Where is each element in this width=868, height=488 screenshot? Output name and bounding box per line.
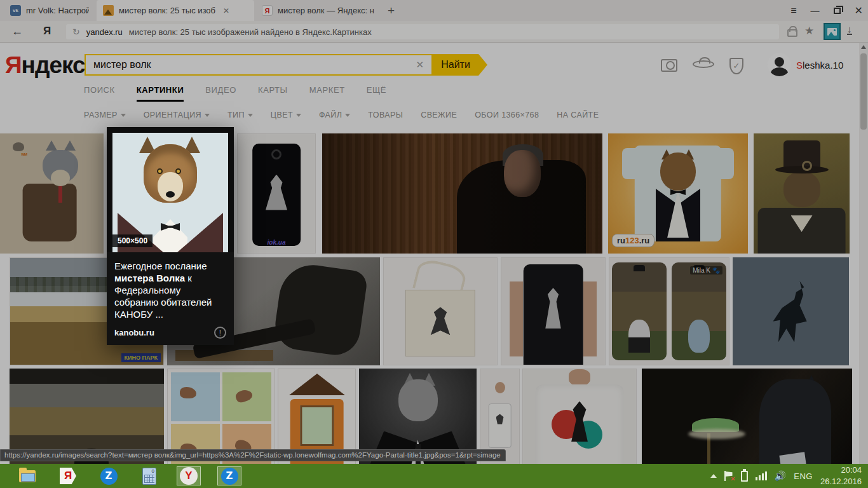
- action-center-flag-icon[interactable]: ✕: [724, 471, 733, 481]
- yandex-favicon-icon: Я: [262, 5, 273, 16]
- nav-video[interactable]: ВИДЕО: [205, 85, 236, 102]
- filter-fresh[interactable]: СВЕЖИЕ: [421, 111, 457, 119]
- taskbar-clock[interactable]: 20:04 26.12.2016: [820, 464, 862, 487]
- url-domain: yandex.ru: [86, 27, 123, 37]
- language-indicator[interactable]: ENG: [794, 471, 813, 481]
- preview-frame: 500×500: [107, 127, 234, 252]
- scrollbar-thumb[interactable]: [860, 53, 867, 130]
- tab-vk-settings[interactable]: vk mr Volk: Настройки: [4, 0, 95, 21]
- result-thumbnail-white-sweatshirt[interactable]: [522, 369, 637, 464]
- info-icon[interactable]: !: [214, 327, 226, 339]
- page-scrollbar[interactable]: [859, 43, 868, 464]
- nav-more[interactable]: ЕЩЁ: [367, 85, 386, 102]
- image-preview-popup[interactable]: 500×500 Ежегодное послание мистера Волка…: [107, 127, 234, 345]
- result-thumbnail-black-tshirt[interactable]: [501, 257, 606, 365]
- taskbar-zona-active[interactable]: Z: [217, 466, 241, 485]
- reload-icon[interactable]: ↻: [72, 27, 80, 37]
- tab-title: мистер волк — Яндекс: наш: [278, 6, 374, 15]
- taskbar-yandex-app[interactable]: Я: [56, 466, 80, 485]
- username[interactable]: Sleshka.10: [796, 60, 843, 71]
- filter-goods[interactable]: ТОВАРЫ: [368, 111, 403, 119]
- yandex-icon: Я: [60, 468, 76, 484]
- battery-icon[interactable]: [741, 471, 748, 482]
- tab-title: mr Volk: Настройки: [26, 6, 89, 15]
- address-bar[interactable]: ↻ yandex.ru мистер волк: 25 тыс изображе…: [66, 24, 779, 39]
- back-button[interactable]: ←: [11, 25, 23, 38]
- watermark: КИНО ПАРК: [121, 353, 161, 362]
- watermark: Mila K 🐾: [690, 266, 722, 274]
- result-thumbnail-wolf-at-desk[interactable]: [642, 369, 852, 464]
- browser-window: vk mr Volk: Настройки мистер волк: 25 ты…: [0, 0, 868, 464]
- result-thumbnail-tshirt-ru123[interactable]: ru123.ru: [608, 133, 748, 254]
- nav-search[interactable]: ПОИСК: [84, 85, 115, 102]
- result-thumbnail-wolf-silhouette[interactable]: [733, 257, 849, 365]
- tray-expand-icon[interactable]: [710, 474, 717, 478]
- restore-button[interactable]: [834, 8, 841, 14]
- image-icon: [827, 28, 837, 36]
- system-tray: ✕ 🔊 ENG 20:04 26.12.2016: [710, 464, 868, 488]
- chevron-down-icon: [121, 114, 126, 117]
- user-avatar[interactable]: [768, 53, 791, 76]
- search-query: мистер волк: [93, 59, 416, 71]
- filter-file[interactable]: ФАЙЛ: [319, 111, 350, 119]
- filter-color[interactable]: ЦВЕТ: [271, 111, 301, 119]
- taskbar-calculator[interactable]: [137, 466, 161, 485]
- minimize-button[interactable]: —: [811, 6, 820, 16]
- lock-icon[interactable]: [787, 29, 797, 37]
- nav-market[interactable]: МАРКЕТ: [309, 85, 345, 102]
- filter-size[interactable]: РАЗМЕР: [84, 111, 126, 119]
- tab-title: мистер волк: 25 тыс изоб: [119, 6, 215, 15]
- result-thumbnail-phone-case[interactable]: iok.ua: [237, 133, 316, 254]
- clear-search-icon[interactable]: ✕: [416, 59, 424, 71]
- chevron-down-icon: [296, 114, 301, 117]
- new-tab-button[interactable]: +: [388, 4, 395, 18]
- menu-icon[interactable]: ≡: [790, 5, 796, 17]
- network-signal-icon[interactable]: [756, 471, 767, 480]
- chevron-down-icon: [345, 114, 350, 117]
- tab-yandex-search[interactable]: Я мистер волк — Яндекс: наш: [255, 0, 380, 21]
- search-input[interactable]: мистер волк ✕: [85, 54, 433, 76]
- taskbar-zona-app[interactable]: Z: [97, 466, 121, 485]
- result-thumbnail-cartoon-wolf[interactable]: WM: [0, 133, 104, 254]
- preview-source-link[interactable]: kanobu.ru: [114, 328, 154, 337]
- preview-title[interactable]: Ежегодное послание мистера Волка к Федер…: [114, 260, 226, 320]
- windows-taskbar: Я Z Y Z ✕ 🔊 ENG 20:04 26.12.2016: [0, 464, 868, 488]
- image-favicon-icon: [103, 5, 114, 16]
- nav-maps[interactable]: КАРТЫ: [258, 85, 288, 102]
- bookmark-star-icon[interactable]: ★: [804, 24, 814, 37]
- preview-image-wolf-tuxedo[interactable]: 500×500: [112, 133, 228, 252]
- result-thumbnail-steampunk-wolf[interactable]: [754, 133, 850, 254]
- filter-orientation[interactable]: ОРИЕНТАЦИЯ: [144, 111, 210, 119]
- search-button[interactable]: Найти: [433, 54, 478, 76]
- image-size-badge: 500×500: [112, 234, 153, 247]
- yandex-logo[interactable]: Яндекс: [5, 52, 85, 79]
- nav-images[interactable]: КАРТИНКИ: [137, 85, 184, 102]
- tab-images-active[interactable]: мистер волк: 25 тыс изоб ✕: [97, 0, 254, 21]
- tab-close-icon[interactable]: ✕: [223, 6, 229, 15]
- images-mode-button[interactable]: [824, 23, 841, 40]
- result-thumbnail-movie-still[interactable]: [322, 133, 602, 254]
- image-search-camera-icon[interactable]: [661, 59, 677, 72]
- download-icon[interactable]: ↓: [847, 24, 852, 35]
- scroll-up-icon[interactable]: [861, 45, 866, 49]
- taskbar-yandex-browser-active[interactable]: Y: [177, 466, 201, 485]
- filter-wallpaper[interactable]: ОБОИ 868×488: [475, 111, 539, 119]
- yandex-browser-icon: Y: [180, 467, 198, 485]
- vk-favicon-icon: vk: [10, 5, 21, 16]
- time: 20:04: [820, 464, 862, 476]
- close-button[interactable]: ✕: [855, 4, 863, 17]
- result-thumbnail-tote-bag[interactable]: [383, 257, 498, 365]
- tab-bar: vk mr Volk: Настройки мистер волк: 25 ты…: [0, 0, 868, 21]
- protect-shield-icon[interactable]: ✓: [729, 58, 743, 74]
- z-app-icon: Z: [100, 468, 118, 485]
- volume-icon[interactable]: 🔊: [775, 470, 787, 482]
- result-thumbnail-plush-toys[interactable]: Mila K 🐾: [609, 257, 729, 365]
- watermark: ru123.ru: [612, 234, 654, 247]
- z-app-icon: Z: [221, 468, 238, 485]
- taskbar-file-explorer[interactable]: [15, 466, 39, 485]
- filter-type[interactable]: ТИП: [227, 111, 253, 119]
- chevron-down-icon: [205, 114, 210, 117]
- filter-on-site[interactable]: НА САЙТЕ: [557, 111, 599, 119]
- yandex-disk-icon[interactable]: [693, 60, 714, 68]
- yandex-home-button[interactable]: Я: [43, 25, 51, 37]
